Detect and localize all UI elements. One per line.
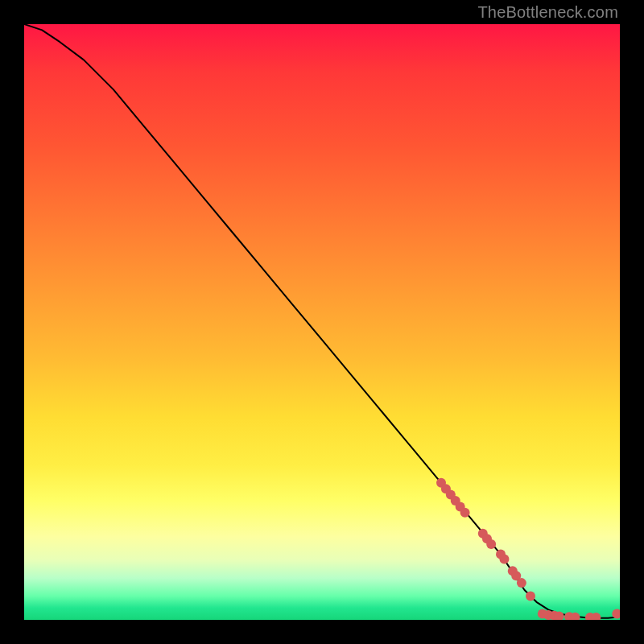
data-marker (571, 613, 580, 620)
data-marker (496, 550, 506, 559)
data-marker (526, 591, 535, 601)
data-marker (517, 578, 526, 588)
plot-area (24, 24, 620, 620)
data-marker (486, 539, 496, 549)
data-marker (591, 613, 601, 620)
data-marker (555, 612, 564, 620)
marker-group (436, 478, 620, 620)
data-marker (564, 612, 574, 620)
data-marker (550, 611, 559, 620)
data-marker (451, 496, 460, 506)
data-marker (436, 478, 446, 488)
data-marker (499, 555, 509, 564)
chart-svg (24, 24, 620, 620)
data-marker (543, 610, 553, 620)
data-marker (478, 529, 488, 539)
data-marker (482, 534, 492, 543)
curve-line (24, 24, 620, 618)
data-marker (538, 609, 547, 619)
data-marker (446, 490, 456, 500)
data-marker (511, 571, 521, 580)
data-marker (585, 613, 595, 620)
curve-path (24, 24, 620, 618)
data-marker (456, 502, 465, 511)
data-marker (441, 484, 451, 493)
data-marker (508, 566, 518, 576)
data-marker (612, 609, 620, 619)
watermark-text: TheBottleneck.com (477, 3, 618, 22)
data-marker (460, 508, 470, 518)
